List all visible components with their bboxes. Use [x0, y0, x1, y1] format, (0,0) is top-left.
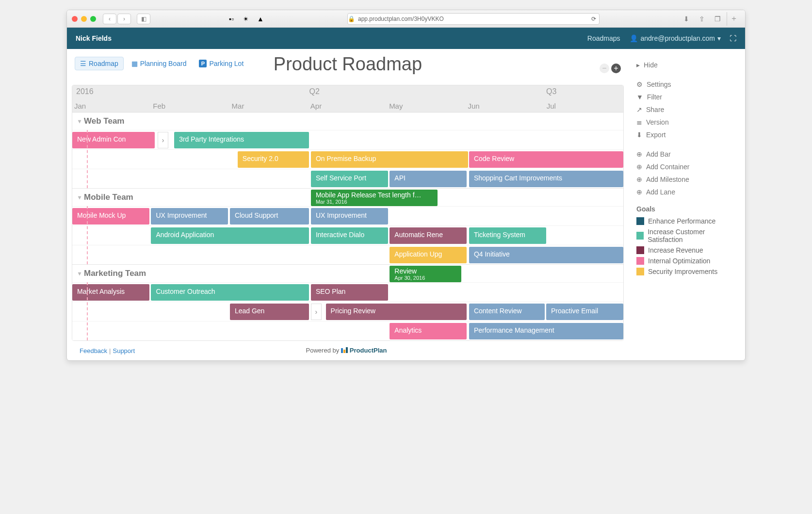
goal-swatch — [636, 217, 644, 225]
bar-lead-gen[interactable]: Lead Gen — [230, 304, 309, 320]
bar-third-party[interactable]: 3rd Party Integrations — [174, 132, 309, 148]
timeline-q3: Q3 — [546, 87, 556, 96]
download-icon[interactable]: ⬇ — [681, 14, 692, 24]
timeline: 2016 Q2 Q3 Jan Feb Mar Apr May Jun Jul — [72, 85, 624, 341]
browser-window: ‹ › ◧ ▪▫ ✴ ▲ 🔒 app.productplan.com/3H0yV… — [66, 10, 746, 361]
forward-button[interactable]: › — [117, 14, 131, 24]
bar-shopping-cart[interactable]: Shopping Cart Improvements — [469, 171, 623, 187]
roadmaps-link[interactable]: Roadmaps — [587, 34, 620, 42]
gear-icon: ⚙ — [636, 80, 643, 88]
today-marker — [87, 282, 88, 340]
month-may: May — [387, 102, 466, 110]
month-mar: Mar — [230, 102, 309, 110]
bar-new-admin[interactable]: New Admin Con — [72, 132, 155, 148]
bar-interactive-dialog[interactable]: Interactive Dialo — [311, 227, 388, 244]
new-tab-button[interactable]: ＋ — [727, 12, 740, 26]
expand-arrow-icon[interactable]: › — [158, 132, 168, 148]
bar-market-analysis[interactable]: Market Analysis — [72, 284, 149, 301]
maximize-window-icon[interactable] — [90, 16, 96, 22]
milestone-review[interactable]: Review Apr 30, 2016 — [390, 266, 461, 282]
goal-internal-optimization[interactable]: Internal Optimization — [636, 256, 737, 266]
bar-on-prem-backup[interactable]: On Premise Backup — [311, 151, 468, 168]
month-jul: Jul — [545, 102, 623, 110]
milestone-mobile-release[interactable]: Mobile App Release Test length f… Mar 31… — [311, 190, 438, 206]
productplan-logo[interactable]: ProductPlan — [341, 347, 387, 354]
bar-content-review[interactable]: Content Review — [469, 304, 545, 320]
share-link[interactable]: ↗Share — [636, 103, 737, 116]
support-link[interactable]: Support — [113, 347, 135, 354]
bar-api[interactable]: API — [390, 171, 467, 187]
zoom-out-button[interactable]: − — [600, 64, 609, 73]
sidebar-toggle-icon[interactable]: ◧ — [137, 14, 150, 24]
lane-title-web[interactable]: ▾ Web Team — [72, 112, 623, 130]
back-button[interactable]: ‹ — [103, 14, 116, 24]
minimize-window-icon[interactable] — [81, 16, 87, 22]
bar-security-20[interactable]: Security 2.0 — [238, 151, 309, 168]
add-container-button[interactable]: ⊕Add Container — [636, 161, 737, 173]
wand-icon[interactable]: ✴ — [241, 14, 251, 24]
fullscreen-icon[interactable]: ⛶ — [730, 34, 736, 42]
export-link[interactable]: ⬇Export — [636, 128, 737, 141]
lock-icon: 🔒 — [348, 16, 355, 22]
reload-icon[interactable]: ⟳ — [591, 16, 596, 22]
address-bar[interactable]: 🔒 app.productplan.com/3H0yVKKO ⟳ — [347, 13, 600, 25]
lane-marketing-team: ▾ Marketing Team Review Apr 30, 2016 Mar… — [72, 265, 623, 340]
zoom-controls: − + — [600, 64, 621, 73]
bar-ux-improvement-1[interactable]: UX Improvement — [151, 208, 228, 225]
bar-self-service[interactable]: Self Service Port — [311, 171, 388, 187]
timeline-header: 2016 Q2 Q3 Jan Feb Mar Apr May Jun Jul — [72, 85, 623, 112]
chevron-down-icon: ▾ — [78, 194, 81, 201]
close-window-icon[interactable] — [72, 16, 78, 22]
bar-ux-improvement-2[interactable]: UX Improvement — [311, 208, 388, 225]
user-menu[interactable]: 👤 andre@productplan.com ▾ — [630, 34, 721, 42]
lane-mobile-team: ▾ Mobile Team Mobile App Release Test le… — [72, 189, 623, 265]
plus-circle-icon: ⊕ — [636, 176, 642, 183]
share-icon[interactable]: ⇪ — [697, 14, 707, 24]
bar-analytics[interactable]: Analytics — [390, 323, 467, 339]
add-milestone-button[interactable]: ⊕Add Milestone — [636, 173, 737, 186]
plus-circle-icon: ⊕ — [636, 163, 642, 171]
reader-icon[interactable]: ▪▫ — [226, 14, 237, 24]
version-link[interactable]: ≣Version — [636, 116, 737, 128]
tabs-icon[interactable]: ❐ — [712, 14, 723, 24]
today-marker — [87, 206, 88, 264]
settings-link[interactable]: ⚙Settings — [636, 78, 737, 91]
bar-proactive-email[interactable]: Proactive Email — [546, 304, 623, 320]
filter-link[interactable]: ▼Filter — [636, 91, 737, 103]
bar-cloud-support[interactable]: Cloud Support — [230, 208, 309, 225]
bar-seo-plan[interactable]: SEO Plan — [311, 284, 388, 301]
bar-performance-mgmt[interactable]: Performance Management — [469, 323, 623, 339]
month-jun: Jun — [466, 102, 544, 110]
owner-name: Nick Fields — [76, 34, 112, 42]
bar-app-upgrade[interactable]: Application Upg — [390, 247, 467, 263]
month-feb: Feb — [151, 102, 229, 110]
warning-icon[interactable]: ▲ — [255, 14, 266, 24]
zoom-in-button[interactable]: + — [611, 64, 621, 73]
hide-sidebar-button[interactable]: ▸ Hide — [636, 59, 737, 71]
feedback-link[interactable]: Feedback — [80, 347, 107, 354]
add-bar-button[interactable]: ⊕Add Bar — [636, 148, 737, 161]
goal-enhance-performance[interactable]: Enhance Performance — [636, 216, 737, 226]
expand-arrow-icon[interactable]: › — [311, 304, 322, 320]
bar-pricing-review[interactable]: Pricing Review — [326, 304, 467, 320]
add-lane-button[interactable]: ⊕Add Lane — [636, 186, 737, 198]
browser-chrome: ‹ › ◧ ▪▫ ✴ ▲ 🔒 app.productplan.com/3H0yV… — [67, 10, 745, 28]
chevron-down-icon: ▾ — [717, 34, 721, 42]
bar-mobile-mock[interactable]: Mobile Mock Up — [72, 208, 149, 225]
timeline-q2: Q2 — [309, 87, 319, 96]
bar-q4-initiative[interactable]: Q4 Initiative — [469, 247, 623, 263]
goal-customer-satisfaction[interactable]: Increase Customer Satisfaction — [636, 226, 737, 245]
bar-android-app[interactable]: Android Application — [151, 227, 309, 244]
user-email: andre@productplan.com — [640, 34, 715, 42]
goal-security-improvements[interactable]: Security Improvements — [636, 266, 737, 277]
goal-increase-revenue[interactable]: Increase Revenue — [636, 245, 737, 256]
user-icon: 👤 — [630, 34, 638, 42]
lane-title-marketing[interactable]: ▾ Marketing Team — [72, 265, 623, 282]
bar-ticketing-system[interactable]: Ticketing System — [469, 227, 546, 244]
bar-customer-outreach[interactable]: Customer Outreach — [151, 284, 309, 301]
url-text: app.productplan.com/3H0yVKKO — [358, 16, 444, 22]
bar-code-review[interactable]: Code Review — [469, 151, 623, 168]
today-marker — [87, 130, 88, 188]
bar-auto-renewal[interactable]: Automatic Rene — [390, 227, 467, 244]
filter-icon: ▼ — [636, 93, 643, 101]
